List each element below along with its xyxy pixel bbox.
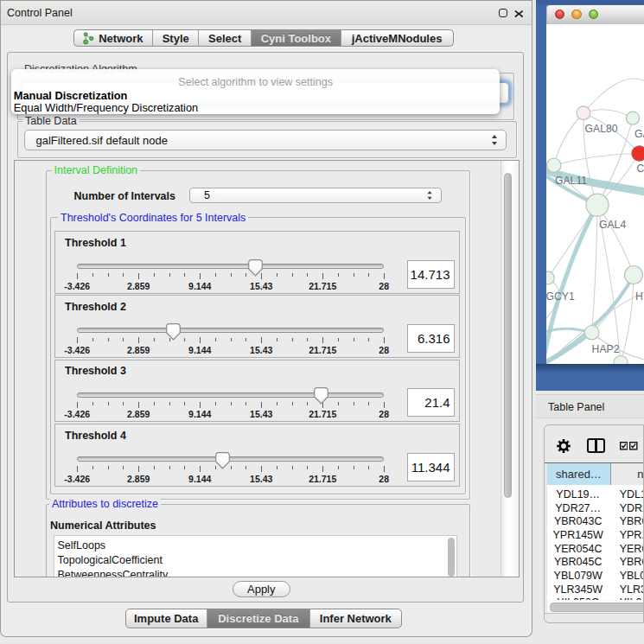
- svg-text:HAP2: HAP2: [592, 343, 620, 355]
- svg-text:GAL80: GAL80: [585, 123, 618, 135]
- svg-text:H: H: [635, 290, 643, 303]
- svg-text:GCY1: GCY1: [546, 290, 575, 303]
- svg-text:GAL4: GAL4: [599, 218, 626, 230]
- svg-text:C: C: [637, 162, 644, 174]
- svg-text:GA: GA: [634, 128, 644, 140]
- svg-text:GAL11: GAL11: [555, 175, 587, 187]
